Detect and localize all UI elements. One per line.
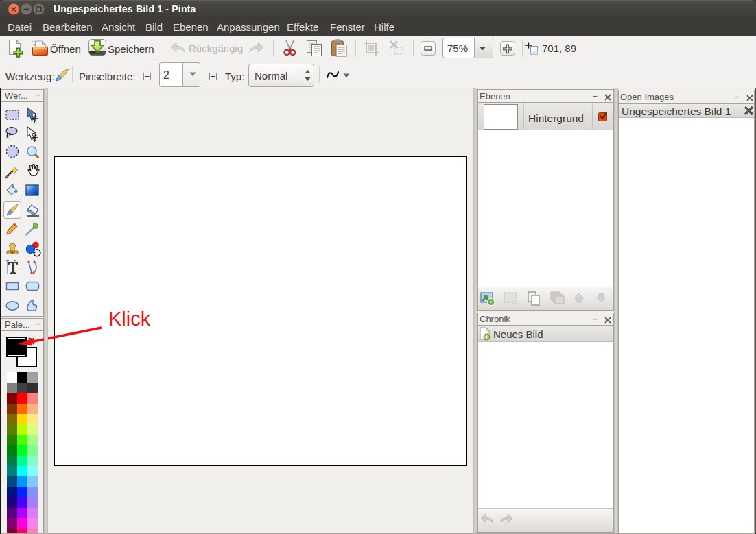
- svg-text:Klick: Klick: [108, 308, 151, 330]
